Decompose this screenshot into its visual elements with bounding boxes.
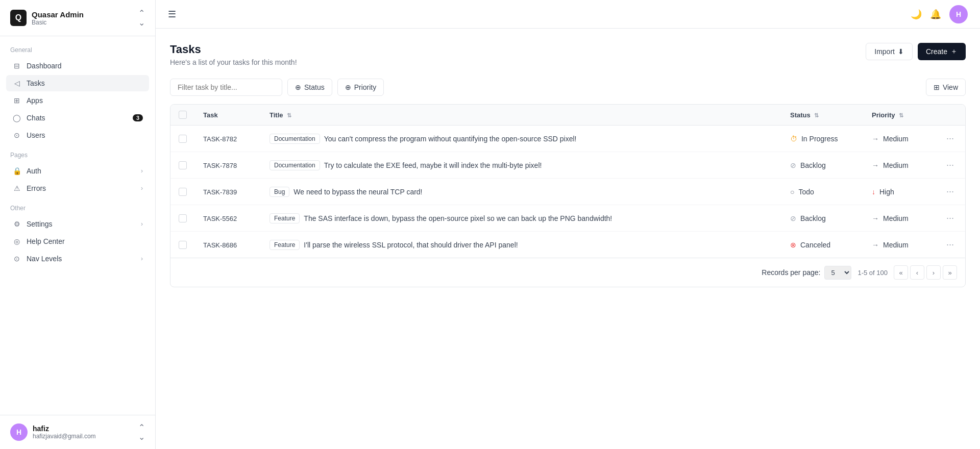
row-checkbox[interactable] [179, 188, 187, 196]
status-cell: ○ Todo [782, 179, 864, 205]
apps-icon: ⊞ [12, 96, 21, 105]
title-cell: Documentation You can't compress the pro… [261, 126, 782, 152]
status-label: Todo [798, 188, 814, 196]
status-filter-label: Status [304, 83, 325, 91]
status-label: Canceled [800, 241, 830, 249]
hamburger-button[interactable]: ☰ [168, 9, 176, 20]
sidebar-item-errors[interactable]: ⚠ Errors › [6, 180, 149, 196]
row-checkbox[interactable] [179, 161, 187, 169]
task-tag: Documentation [270, 134, 320, 144]
select-all-header [170, 105, 195, 126]
tasks-table: Task Title ⇅ Status ⇅ Priority ⇅ [170, 104, 966, 287]
priority-icon: → [872, 135, 879, 143]
row-checkbox-cell [170, 152, 195, 179]
row-checkbox-cell [170, 179, 195, 205]
sidebar-item-label: Errors [27, 184, 46, 192]
priority-column-header[interactable]: Priority ⇅ [864, 105, 935, 126]
nav-section-pages: Pages [6, 149, 149, 163]
row-actions-button[interactable]: ··· [943, 238, 957, 251]
sidebar-item-nav-levels[interactable]: ⊙ Nav Levels › [6, 251, 149, 267]
notifications-icon[interactable]: 🔔 [930, 9, 941, 20]
sidebar-item-help-center[interactable]: ◎ Help Center [6, 233, 149, 250]
sidebar-item-settings[interactable]: ⚙ Settings › [6, 216, 149, 232]
table-row: TASK-8686 Feature I'll parse the wireles… [170, 232, 965, 258]
create-label: Create [926, 47, 947, 56]
sidebar-header: Q Quasar Admin Basic ⌃⌄ [0, 0, 155, 36]
task-column-header: Task [195, 105, 261, 126]
sidebar-footer: H hafiz hafizjavaid@gmail.com ⌃⌄ [0, 415, 155, 449]
status-label: Backlog [800, 214, 826, 222]
sidebar-item-chats[interactable]: ◯ Chats 3 [6, 110, 149, 126]
row-actions-button[interactable]: ··· [943, 132, 957, 145]
priority-filter-button[interactable]: ⊕ Priority [337, 79, 384, 96]
search-input[interactable] [170, 79, 282, 96]
sidebar-item-users[interactable]: ⊙ Users [6, 127, 149, 143]
task-id-cell: TASK-8686 [195, 232, 261, 258]
page-subtitle: Here's a list of your tasks for this mon… [170, 58, 297, 66]
priority-cell: → Medium [864, 205, 935, 232]
chats-badge: 3 [133, 114, 143, 121]
table-row: TASK-7839 Bug We need to bypass the neur… [170, 179, 965, 205]
row-actions-cell: ··· [935, 205, 965, 232]
sidebar-item-dashboard[interactable]: ⊟ Dashboard [6, 58, 149, 74]
row-actions-button[interactable]: ··· [943, 185, 957, 198]
task-tag: Feature [270, 213, 300, 223]
topbar: ☰ 🌙 🔔 H [156, 0, 980, 29]
import-button[interactable]: Import ⬇ [866, 43, 913, 60]
sidebar-item-label: Help Center [27, 237, 65, 245]
download-icon: ⬇ [898, 47, 904, 56]
sidebar-item-label: Settings [27, 220, 53, 228]
pagination-range: 1-5 of 100 [857, 269, 888, 277]
task-tag: Feature [270, 240, 300, 250]
chevron-right-icon: › [141, 255, 143, 262]
grid-icon: ⊟ [12, 62, 21, 70]
prev-page-button[interactable]: ‹ [910, 265, 924, 280]
theme-toggle-icon[interactable]: 🌙 [911, 9, 922, 20]
sidebar-item-auth[interactable]: 🔒 Auth › [6, 163, 149, 179]
page-title: Tasks [170, 43, 297, 56]
user-name: hafiz [33, 425, 96, 433]
sort-icon: ⇅ [814, 112, 819, 119]
last-page-button[interactable]: » [943, 265, 957, 280]
sidebar-item-label: Chats [27, 114, 45, 122]
sort-icon: ⇅ [287, 112, 291, 119]
row-actions-button[interactable]: ··· [943, 212, 957, 224]
sidebar-item-tasks[interactable]: ◁ Tasks [6, 75, 149, 91]
select-all-checkbox[interactable] [179, 111, 187, 119]
status-filter-button[interactable]: ⊕ Status [287, 79, 332, 96]
per-page-select[interactable]: 5 10 20 50 [824, 266, 851, 280]
sidebar-item-label: Tasks [27, 79, 45, 87]
title-column-header[interactable]: Title ⇅ [261, 105, 782, 126]
priority-filter-label: Priority [354, 83, 377, 91]
priority-cell: → Medium [864, 232, 935, 258]
plus-icon: ＋ [950, 47, 958, 56]
task-tag: Documentation [270, 160, 320, 170]
row-checkbox[interactable] [179, 241, 187, 249]
records-per-page: Records per page: 5 10 20 50 [762, 266, 851, 280]
gear-icon: ⚙ [12, 220, 21, 228]
brand-expand-button[interactable]: ⌃⌄ [138, 8, 145, 28]
priority-cell: ↓ High [864, 179, 935, 205]
user-avatar-top[interactable]: H [949, 5, 968, 23]
view-label: View [943, 83, 958, 91]
sidebar-item-apps[interactable]: ⊞ Apps [6, 92, 149, 109]
topbar-right: 🌙 🔔 H [911, 5, 968, 23]
status-cell: ⊘ Backlog [782, 152, 864, 179]
sidebar-item-label: Apps [27, 96, 43, 105]
row-actions-cell: ··· [935, 126, 965, 152]
row-checkbox-cell [170, 232, 195, 258]
row-actions-button[interactable]: ··· [943, 159, 957, 171]
row-checkbox[interactable] [179, 135, 187, 143]
task-id: TASK-7878 [203, 162, 237, 169]
view-button[interactable]: ⊞ View [926, 79, 966, 96]
task-title: You can't compress the program without q… [324, 135, 577, 143]
first-page-button[interactable]: « [894, 265, 908, 280]
create-button[interactable]: Create ＋ [918, 43, 966, 60]
priority-icon: ↓ [872, 188, 875, 196]
task-title: We need to bypass the neural TCP card! [293, 188, 422, 196]
user-expand-button[interactable]: ⌃⌄ [138, 422, 145, 442]
row-checkbox[interactable] [179, 214, 187, 222]
next-page-button[interactable]: › [926, 265, 941, 280]
chevron-right-icon: › [141, 185, 143, 192]
status-column-header[interactable]: Status ⇅ [782, 105, 864, 126]
